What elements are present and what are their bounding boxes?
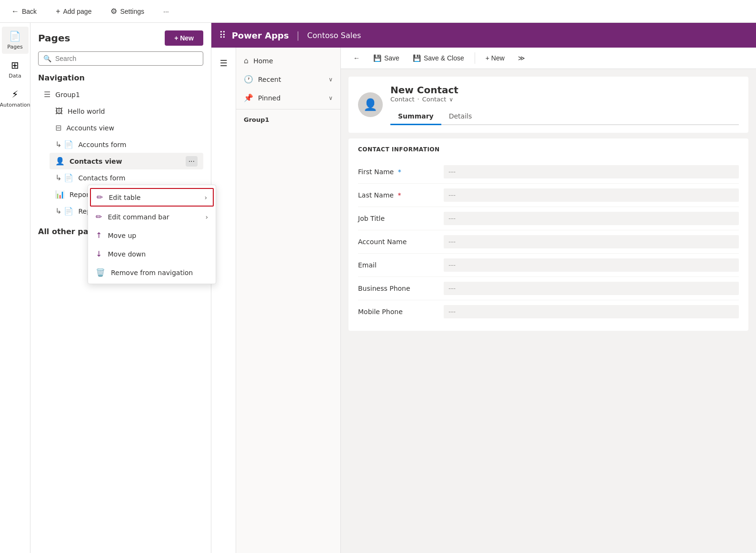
settings-label: Settings — [120, 8, 144, 15]
nav-contacts-form-label: Contacts form — [79, 174, 198, 182]
save-label: Save — [384, 54, 399, 62]
sidebar-pages-label: Pages — [7, 44, 22, 50]
contacts-view-more-button[interactable]: ··· — [186, 156, 198, 167]
app-left-nav: ☰ — [211, 48, 236, 553]
nav-item-group1[interactable]: ☰ Group1 — [38, 86, 203, 103]
context-menu-edit-table[interactable]: ✏️ Edit table › — [90, 188, 214, 207]
form-toolbar: ← 💾 Save 💾 Save & Close + New — [341, 48, 756, 69]
email-value[interactable]: --- — [444, 258, 739, 272]
gear-icon: ⚙ — [110, 7, 117, 16]
tab-summary[interactable]: Summary — [390, 109, 441, 125]
app-name: Power Apps — [232, 30, 289, 40]
avatar-icon: 👤 — [363, 98, 378, 111]
nav-group1-label: Group1 — [55, 91, 198, 99]
forward-icon: ≫ — [518, 54, 525, 62]
app-menu: ⌂ Home 🕐 Recent ∨ 📌 Pinned ∨ Group1 — [236, 48, 341, 553]
new-record-button[interactable]: + New — [481, 51, 509, 65]
remove-nav-label: Remove from navigation — [111, 269, 208, 276]
form-content: 👤 New Contact Contact · Contact ∨ — [341, 69, 756, 342]
save-button[interactable]: 💾 Save — [368, 51, 404, 65]
nav-contacts-view-label: Contacts view — [70, 158, 198, 165]
context-menu-remove-nav[interactable]: 🗑️ Remove from navigation — [88, 263, 216, 282]
account-name-value[interactable]: --- — [444, 235, 739, 248]
tab-details[interactable]: Details — [441, 109, 480, 125]
search-box: 🔍 — [38, 51, 203, 66]
chart-icon: 📊 — [55, 190, 65, 199]
add-page-button[interactable]: + Add page — [52, 5, 95, 18]
forward-button[interactable]: ≫ — [513, 51, 530, 65]
nav-item-contacts-view[interactable]: 👤 Contacts view ··· — [50, 153, 203, 169]
nav-item-contacts-form[interactable]: ↳ 📄 Contacts form — [50, 169, 203, 186]
back-button[interactable]: ← Back — [8, 5, 40, 18]
first-name-required: * — [398, 168, 401, 176]
add-page-label: Add page — [63, 8, 91, 15]
form-icon: ↳ 📄 — [55, 140, 74, 149]
home-label: Home — [253, 57, 273, 65]
move-down-icon: ↓ — [96, 249, 102, 258]
form-area: ← 💾 Save 💾 Save & Close + New — [341, 48, 756, 553]
context-menu: ✏️ Edit table › ✏️ Edit command bar › ↑ … — [88, 185, 216, 284]
contact-sub2[interactable]: Contact — [422, 96, 447, 103]
settings-button[interactable]: ⚙ Settings — [107, 5, 148, 18]
save-close-icon: 💾 — [413, 54, 421, 62]
nav-item-accounts-view[interactable]: ⊟ Accounts view — [50, 119, 203, 136]
new-page-button[interactable]: + New — [165, 30, 203, 46]
app-grid-icon[interactable]: ⠿ — [219, 30, 226, 41]
pinned-icon: 📌 — [244, 93, 253, 102]
form-back-button[interactable]: ← — [348, 51, 365, 65]
contact-name: New Contact — [390, 84, 739, 96]
last-name-value[interactable]: --- — [444, 188, 739, 202]
move-up-icon: ↑ — [96, 231, 102, 240]
section-title: CONTACT INFORMATION — [358, 146, 739, 153]
first-name-label: First Name — [358, 168, 394, 176]
app-menu-pinned[interactable]: 📌 Pinned ∨ — [236, 89, 340, 107]
mobile-phone-label: Mobile Phone — [358, 308, 403, 316]
pages-header: Pages + New — [30, 23, 211, 51]
context-menu-move-up[interactable]: ↑ Move up — [88, 226, 216, 245]
image-icon: 🖼 — [55, 107, 63, 116]
context-menu-move-down[interactable]: ↓ Move down — [88, 245, 216, 263]
app-menu-home[interactable]: ⌂ Home — [236, 51, 340, 70]
move-down-label: Move down — [108, 250, 208, 258]
job-title-value[interactable]: --- — [444, 212, 739, 225]
nav-accounts-view-label: Accounts view — [66, 124, 198, 132]
search-input[interactable] — [55, 55, 198, 62]
edit-command-bar-arrow: › — [205, 213, 208, 221]
first-name-value[interactable]: --- — [444, 165, 739, 178]
more-button[interactable]: ··· — [159, 6, 173, 17]
nav-item-accounts-form[interactable]: ↳ 📄 Accounts form — [50, 136, 203, 153]
recent-chevron: ∨ — [328, 76, 333, 83]
app-preview: ⠿ Power Apps | Contoso Sales ☰ ⌂ Home 🕐 … — [211, 23, 756, 553]
field-business-phone: Business Phone --- — [358, 277, 739, 300]
table-icon: ⊟ — [55, 123, 61, 132]
form-back-icon: ← — [353, 54, 360, 62]
sidebar-data-label: Data — [9, 73, 21, 79]
icon-sidebar: 📄 Pages ⊞ Data ⚡ Automation — [0, 23, 30, 553]
search-icon: 🔍 — [43, 55, 51, 62]
sidebar-item-data[interactable]: ⊞ Data — [2, 56, 29, 83]
context-menu-edit-command-bar[interactable]: ✏️ Edit command bar › — [88, 207, 216, 226]
sidebar-item-pages[interactable]: 📄 Pages — [2, 27, 29, 54]
app-hamburger-icon[interactable]: ☰ — [214, 53, 233, 72]
app-menu-recent[interactable]: 🕐 Recent ∨ — [236, 70, 340, 89]
save-icon: 💾 — [373, 54, 381, 62]
home-icon: ⌂ — [244, 56, 249, 65]
edit-command-bar-label: Edit command bar — [108, 213, 199, 221]
mobile-phone-value[interactable]: --- — [444, 305, 739, 318]
sidebar-item-automation[interactable]: ⚡ Automation — [2, 85, 29, 112]
app-subtitle: Contoso Sales — [307, 31, 361, 40]
nav-item-hello-world[interactable]: 🖼 Hello world — [50, 103, 203, 119]
pages-icon: 📄 — [9, 30, 21, 42]
contact-sub1: Contact — [390, 96, 415, 103]
pinned-chevron: ∨ — [328, 95, 333, 101]
reports-form-icon: ↳ 📄 — [55, 207, 74, 216]
top-bar: ← Back + Add page ⚙ Settings ··· — [0, 0, 756, 23]
nav-hello-world-label: Hello world — [68, 108, 198, 115]
business-phone-value[interactable]: --- — [444, 282, 739, 295]
app-menu-group-label: Group1 — [236, 111, 340, 128]
automation-icon: ⚡ — [11, 89, 18, 100]
edit-command-bar-icon: ✏️ — [96, 212, 102, 221]
field-first-name: First Name * --- — [358, 160, 739, 184]
pages-title: Pages — [38, 32, 70, 44]
save-close-button[interactable]: 💾 Save & Close — [408, 51, 469, 65]
